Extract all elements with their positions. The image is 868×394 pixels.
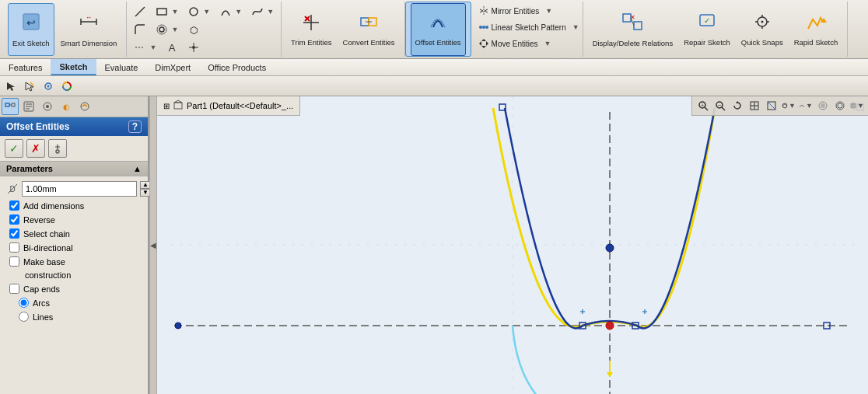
offset-value-input[interactable] [22,181,137,197]
parameters-collapse-icon: ▲ [133,164,142,173]
pointer-tool-button[interactable] [3,78,19,94]
feature-tree-icon-btn[interactable] [2,98,19,115]
construction-line-button[interactable]: ▼ [130,39,160,56]
parameters-section-header[interactable]: Parameters ▲ [0,161,148,176]
mirror-entities-button[interactable]: Mirror Entities [474,3,544,19]
repair-sketch-button[interactable]: ✓ Repair Sketch [679,3,735,56]
view-orient-button[interactable] [747,98,762,113]
property-manager-icon-btn[interactable] [20,98,37,115]
svg-point-50 [47,85,50,87]
sketch-filter-button[interactable] [40,78,56,94]
svg-text:↔: ↔ [86,14,92,21]
move-entities-row: Move Entities ▼ [474,36,579,51]
scene-button[interactable] [832,98,848,113]
circle-tool-button[interactable]: ▼ [184,3,214,20]
left-panel: ◐ Offset Entities ? ✓ ✗ Parameters ▲ [0,96,149,394]
rectangle-tool-button[interactable]: ▼ [152,3,182,20]
point-tool-button[interactable] [184,39,204,56]
svg-text:−: − [718,102,722,109]
move-entities-button[interactable]: Move Entities [474,36,542,51]
cap-ends-row: Cap ends [6,284,142,294]
cap-ends-checkbox[interactable] [9,284,19,294]
panel-icon-row: ◐ [0,96,148,117]
appearance-button[interactable] [815,98,831,113]
svg-point-60 [46,105,49,108]
view-display-button[interactable]: ▼ [781,98,796,113]
linear-sketch-pattern-button[interactable]: Linear Sketch Pattern [474,19,570,35]
smart-dimension-button[interactable]: ↔ Smart Dimension [56,3,122,56]
arc-tool-button[interactable]: ▼ [215,3,246,20]
rotate-button[interactable] [730,98,745,113]
make-base-construction-row: Make base construction [6,256,142,280]
add-dimensions-checkbox[interactable] [9,200,19,211]
zoom-to-fit-button[interactable]: + [695,98,711,113]
construction-label: construction [9,270,71,280]
appearance-icon-btn[interactable] [76,98,93,115]
svg-marker-69 [174,100,182,103]
svg-point-106 [606,244,614,252]
svg-marker-32 [486,41,488,46]
text-tool-button[interactable]: A [162,39,182,56]
rotate-view-button[interactable]: ▼ [798,98,814,113]
cancel-button[interactable]: ✗ [26,139,45,158]
sketch-canvas[interactable] [157,96,868,394]
svg-point-64 [56,150,59,153]
svg-rect-52 [5,103,9,106]
exit-sketch-button[interactable]: ↩ Exit Sketch [8,3,54,56]
quick-snaps-button[interactable]: Quick Snaps [737,3,788,56]
trim-entities-button[interactable]: Trim Entities [286,3,336,56]
bi-directional-checkbox[interactable] [9,242,19,253]
menu-dimxpert[interactable]: DimXpert [146,59,199,75]
make-base-checkbox[interactable] [9,256,19,267]
zoom-out-button[interactable]: − [712,98,728,113]
select-chain-checkbox[interactable] [9,228,19,239]
svg-point-9 [159,27,164,32]
offset-entities-icon [427,12,449,37]
toolbar-group-trim: Trim Entities Convert Entities [282,2,405,57]
menu-features[interactable]: Features [0,59,51,75]
svg-text:+: + [701,103,704,108]
move-entities-dropdown-arrow[interactable]: ▼ [544,40,551,47]
svg-rect-34 [634,22,642,30]
repair-sketch-label: Repair Sketch [684,38,730,47]
offset-small-button[interactable]: ▼ [152,21,182,38]
tree-expand-icon[interactable]: ⊞ [163,102,170,110]
linear-sketch-dropdown-arrow[interactable]: ▼ [572,23,579,31]
svg-text:✕: ✕ [630,14,635,21]
lines-radio[interactable] [19,312,29,322]
tree-part-icon [173,99,184,112]
lines-label: Lines [33,312,53,322]
svg-rect-85 [851,103,856,108]
line-tool-button[interactable] [130,3,150,20]
pin-button[interactable] [48,139,67,158]
ok-button[interactable]: ✓ [5,139,23,158]
color-button[interactable] [59,78,75,94]
panel-title: Offset Entities [6,121,69,132]
fillet-tool-button[interactable] [130,21,150,38]
section-view-button[interactable] [764,98,779,113]
offset-entities-button[interactable]: Offset Entities [411,3,466,56]
rapid-sketch-button[interactable]: Rapid Sketch [789,3,843,56]
polygon-button[interactable]: ⬡ [184,21,204,38]
svg-marker-30 [481,46,486,48]
display-delete-icon: ✕ [620,11,645,37]
display-delete-relations-button[interactable]: ✕ Display/Delete Relations [588,3,678,56]
parameters-title: Parameters [6,164,53,173]
view-settings-button[interactable]: ▼ [849,98,865,113]
mirror-dropdown-arrow[interactable]: ▼ [545,7,552,15]
smart-dimension-label: Smart Dimension [61,39,117,47]
spline-tool-button[interactable]: ▼ [247,3,278,20]
panel-collapse-handle[interactable]: ◀ [149,96,157,394]
config-manager-icon-btn[interactable] [39,98,56,115]
menu-office-products[interactable]: Office Products [199,59,275,75]
main-toolbar: ↩ Exit Sketch ↔ Smart Dimension [0,0,868,59]
reverse-checkbox[interactable] [9,214,19,225]
display-manager-icon-btn[interactable]: ◐ [58,98,75,115]
menu-sketch[interactable]: Sketch [51,59,96,75]
convert-entities-button[interactable]: Convert Entities [338,3,400,56]
menu-evaluate[interactable]: Evaluate [96,59,147,75]
select-filter-button[interactable] [22,78,37,94]
panel-help-icon[interactable]: ? [128,120,142,133]
arcs-radio[interactable] [19,298,29,308]
svg-point-83 [821,103,825,108]
